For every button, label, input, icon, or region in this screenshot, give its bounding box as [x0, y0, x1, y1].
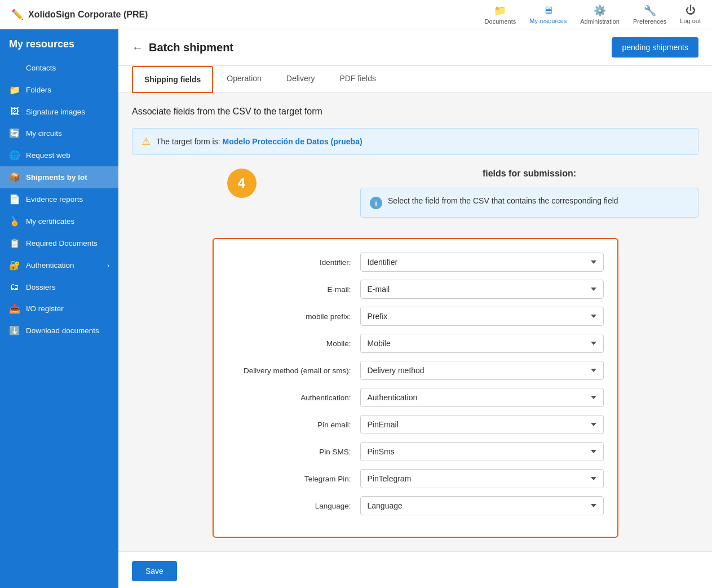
tab-pdf-fields[interactable]: PDF fields — [328, 66, 387, 92]
contacts-icon: 👤 — [9, 63, 20, 73]
sidebar-item-signature-images-label: Signature images — [26, 108, 85, 116]
label-email: E-mail: — [227, 285, 351, 294]
sidebar-item-io-register[interactable]: 📥 I/O register — [0, 298, 118, 320]
nav-my-resources[interactable]: 🖥 My resources — [529, 5, 567, 24]
tab-shipping-fields[interactable]: Shipping fields — [132, 66, 213, 93]
step-row: 4 fields for submission: i Select the fi… — [132, 169, 698, 229]
layout: My resources 👤 Contacts 📁 Folders 🖼 Sign… — [0, 29, 712, 588]
sidebar-item-my-circuits[interactable]: 🔄 My circuits — [0, 122, 118, 144]
sidebar-item-evidence-reports-label: Evidence reports — [26, 195, 83, 204]
form-row-pin-sms: Pin SMS: PinSms — [227, 442, 604, 461]
info-box-text: The target form is: Modelo Protección de… — [156, 137, 362, 146]
sidebar-item-io-register-label: I/O register — [26, 304, 64, 313]
pending-shipments-button[interactable]: pending shipments — [612, 37, 698, 58]
sidebar-item-my-certificates[interactable]: 🏅 My certificates — [0, 210, 118, 232]
select-mobile[interactable]: Mobile — [360, 334, 604, 353]
sidebar-item-request-web[interactable]: 🌐 Request web — [0, 144, 118, 166]
form-row-telegram-pin: Telegram Pin: PinTelegram — [227, 469, 604, 488]
page-header-left: ← Batch shipment — [132, 41, 233, 54]
nav-preferences[interactable]: 🔧 Preferences — [633, 5, 666, 25]
io-register-icon: 📥 — [9, 303, 20, 314]
dossiers-icon: 🗂 — [9, 282, 20, 292]
nav-preferences-label: Preferences — [633, 18, 666, 25]
sidebar-item-folders-label: Folders — [26, 86, 51, 94]
sidebar-item-folders[interactable]: 📁 Folders — [0, 79, 118, 101]
csv-hint-box: i Select the field from the CSV that con… — [360, 188, 698, 218]
form-container: Identifier: Identifier E-mail: E-mail mo… — [213, 238, 618, 538]
signature-images-icon: 🖼 — [9, 107, 20, 117]
csv-hint-text: Select the field from the CSV that conta… — [388, 196, 618, 205]
save-area: Save — [118, 551, 712, 588]
select-authentication[interactable]: Authentication — [360, 388, 604, 407]
app-logo-icon: ✏️ — [11, 8, 24, 21]
nav-administration-label: Administration — [580, 18, 620, 25]
select-pin-sms[interactable]: PinSms — [360, 442, 604, 461]
select-pin-email[interactable]: PinEmail — [360, 415, 604, 434]
sidebar-item-contacts-label: Contacts — [26, 64, 56, 72]
nav-documents-label: Documents — [485, 18, 516, 25]
form-row-pin-email: Pin email: PinEmail — [227, 415, 604, 434]
label-mobile: Mobile: — [227, 339, 351, 348]
administration-icon: ⚙️ — [594, 5, 606, 17]
tab-delivery[interactable]: Delivery — [275, 66, 326, 92]
section-title: Associate fields from the CSV to the tar… — [132, 107, 698, 117]
select-telegram-pin[interactable]: PinTelegram — [360, 469, 604, 488]
sidebar-item-download-documents-label: Download documents — [26, 326, 99, 335]
form-row-mobile: Mobile: Mobile — [227, 334, 604, 353]
warning-icon: ⚠ — [141, 135, 151, 148]
sidebar-item-download-documents[interactable]: ⬇️ Download documents — [0, 320, 118, 342]
form-row-delivery-method: Delivery method (email or sms): Delivery… — [227, 361, 604, 380]
form-row-identifier: Identifier: Identifier — [227, 253, 604, 272]
sidebar-item-signature-images[interactable]: 🖼 Signature images — [0, 101, 118, 122]
sidebar-item-required-documents[interactable]: 📋 Required Documents — [0, 232, 118, 254]
info-box-link[interactable]: Modelo Protección de Datos (prueba) — [222, 137, 362, 146]
request-web-icon: 🌐 — [9, 150, 20, 161]
sidebar-title: My resources — [0, 29, 118, 57]
sidebar-item-request-web-label: Request web — [26, 151, 70, 160]
save-button[interactable]: Save — [132, 561, 177, 581]
label-pin-email: Pin email: — [227, 421, 351, 429]
sidebar-item-shipments-by-lot[interactable]: 📦 Shipments by lot — [0, 166, 118, 188]
fields-label: fields for submission: — [360, 169, 698, 179]
authentication-arrow-icon: › — [107, 262, 109, 269]
select-delivery-method[interactable]: Delivery method — [360, 361, 604, 380]
nav-logout-label: Log out — [680, 17, 701, 24]
info-box-prefix: The target form is: — [156, 137, 222, 146]
select-identifier[interactable]: Identifier — [360, 253, 604, 272]
label-pin-sms: Pin SMS: — [227, 448, 351, 456]
label-mobile-prefix: mobile prefix: — [227, 312, 351, 321]
nav-administration[interactable]: ⚙️ Administration — [580, 5, 620, 25]
my-resources-icon: 🖥 — [543, 5, 553, 16]
evidence-reports-icon: 📄 — [9, 194, 20, 205]
tab-operation[interactable]: Operation — [215, 66, 272, 92]
info-circle-icon: i — [370, 197, 382, 209]
nav-documents[interactable]: 📁 Documents — [485, 5, 516, 25]
app-title: ✏️ XolidoSign Corporate (PRE) — [11, 8, 485, 21]
sidebar-item-authentication-label: Authentication — [26, 261, 74, 269]
preferences-icon: 🔧 — [644, 5, 656, 17]
app-title-text: XolidoSign Corporate (PRE) — [28, 10, 148, 20]
sidebar-item-authentication[interactable]: 🔐 Authentication › — [0, 254, 118, 276]
my-certificates-icon: 🏅 — [9, 216, 20, 227]
sidebar-item-evidence-reports[interactable]: 📄 Evidence reports — [0, 188, 118, 210]
sidebar: My resources 👤 Contacts 📁 Folders 🖼 Sign… — [0, 29, 118, 588]
top-nav-actions: 📁 Documents 🖥 My resources ⚙️ Administra… — [485, 5, 701, 25]
content-area: Associate fields from the CSV to the tar… — [118, 93, 712, 551]
label-language: Language: — [227, 502, 351, 510]
required-documents-icon: 📋 — [9, 238, 20, 249]
sidebar-item-my-certificates-label: My certificates — [26, 217, 74, 226]
sidebar-item-contacts[interactable]: 👤 Contacts — [0, 57, 118, 79]
authentication-icon: 🔐 — [9, 260, 20, 271]
select-mobile-prefix[interactable]: Prefix — [360, 307, 604, 326]
form-row-language: Language: Language — [227, 496, 604, 515]
sidebar-item-required-documents-label: Required Documents — [26, 239, 98, 247]
back-arrow-icon[interactable]: ← — [132, 41, 143, 54]
sidebar-item-dossiers[interactable]: 🗂 Dossiers — [0, 276, 118, 298]
tabs-bar: Shipping fields Operation Delivery PDF f… — [118, 66, 712, 93]
select-email[interactable]: E-mail — [360, 280, 604, 299]
top-nav: ✏️ XolidoSign Corporate (PRE) 📁 Document… — [0, 0, 712, 29]
select-language[interactable]: Language — [360, 496, 604, 515]
step-circle: 4 — [227, 169, 257, 198]
nav-logout[interactable]: ⏻ Log out — [680, 5, 701, 24]
label-telegram-pin: Telegram Pin: — [227, 475, 351, 483]
